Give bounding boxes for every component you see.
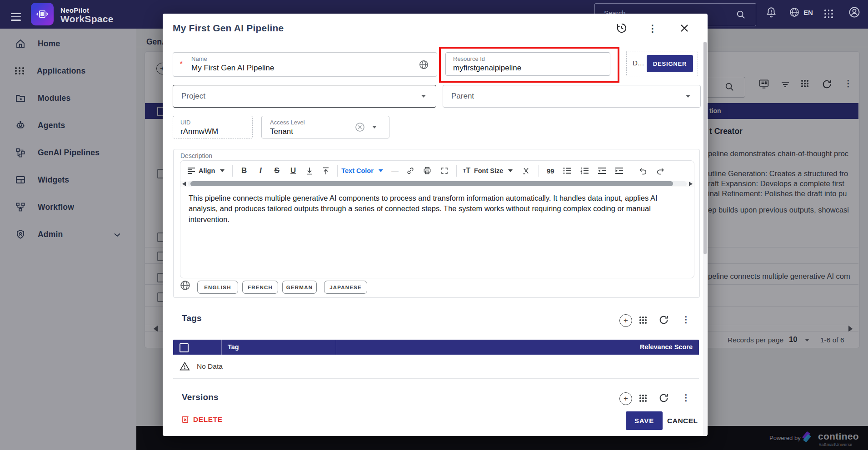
- history-button[interactable]: [615, 21, 629, 35]
- language-globe-icon[interactable]: [789, 7, 800, 18]
- modal-scrollbar-track[interactable]: [703, 42, 707, 436]
- resource-id-value: myfirstgenaipipeline: [453, 64, 521, 73]
- align-button[interactable]: [185, 164, 198, 178]
- name-field-value: My First Gen AI Pipeline: [191, 64, 274, 73]
- print-button[interactable]: [419, 164, 435, 178]
- resource-id-label: Resource Id: [453, 55, 485, 62]
- user-avatar-icon[interactable]: [848, 6, 861, 19]
- project-label: Project: [181, 92, 205, 101]
- chevron-down-icon[interactable]: [372, 126, 377, 129]
- screen: NeoPilot WorkSpace Search EN Home: [0, 0, 868, 450]
- search-icon[interactable]: [736, 10, 746, 20]
- modal-menu-button[interactable]: ⋮: [646, 21, 659, 35]
- link-button[interactable]: [403, 164, 418, 178]
- parent-select[interactable]: Parent: [443, 85, 701, 108]
- cancel-button[interactable]: CANCEL: [667, 417, 698, 425]
- strikethrough-button[interactable]: S: [269, 164, 284, 178]
- align-top-button[interactable]: [318, 164, 334, 178]
- language-chip-french[interactable]: FRENCH: [242, 281, 278, 294]
- italic-button[interactable]: I: [253, 164, 268, 178]
- tags-heading: Tags: [182, 313, 202, 323]
- brand-name-top: NeoPilot: [60, 6, 89, 14]
- indent-button[interactable]: [611, 164, 627, 178]
- description-label: Description: [180, 152, 212, 159]
- bold-button[interactable]: B: [236, 164, 252, 178]
- logo-glyph-icon: [35, 7, 50, 21]
- horizontal-rule-button[interactable]: —: [388, 164, 402, 178]
- tags-table-header: Tag Relevance Score: [173, 340, 699, 355]
- underline-button[interactable]: U: [285, 164, 301, 178]
- history-icon: [616, 22, 628, 34]
- translate-globe-icon[interactable]: [419, 59, 429, 70]
- chevron-down-icon: [421, 95, 426, 98]
- notifications-bell-icon[interactable]: [765, 6, 777, 18]
- brand-name-bottom: WorkSpace: [60, 14, 114, 25]
- resource-id-field[interactable]: Resource Id myfirstgenaipipeline: [445, 52, 610, 76]
- clear-selection-icon[interactable]: [354, 122, 365, 133]
- versions-refresh-icon[interactable]: [658, 392, 669, 404]
- languages-globe-icon[interactable]: [180, 280, 191, 291]
- redo-button[interactable]: [652, 164, 668, 178]
- app-logo[interactable]: [31, 3, 54, 25]
- column-divider: [221, 340, 222, 355]
- divider: [163, 42, 708, 42]
- no-data-text: No Data: [197, 362, 223, 371]
- hscroll-right-arrow[interactable]: [689, 182, 693, 186]
- language-chip-japanese[interactable]: JAPANESE: [324, 281, 367, 294]
- description-text[interactable]: This pipeline connects multiple generati…: [180, 187, 692, 231]
- delete-label: DELETE: [193, 415, 223, 424]
- access-level-select[interactable]: Access Level Tenant: [261, 116, 389, 138]
- language-chip-english[interactable]: ENGLISH: [197, 281, 238, 294]
- numbered-list-button[interactable]: [576, 164, 593, 178]
- font-size-label[interactable]: Font Size: [474, 164, 503, 178]
- hscroll-left-arrow[interactable]: [182, 182, 186, 186]
- name-field-label: Name: [191, 55, 207, 62]
- versions-grid-icon[interactable]: [639, 395, 647, 402]
- blockquote-button[interactable]: 99: [543, 164, 558, 178]
- close-icon: [679, 23, 690, 34]
- delete-button[interactable]: DELETE: [181, 415, 223, 424]
- undo-button[interactable]: [635, 164, 651, 178]
- access-level-value: Tenant: [270, 127, 293, 136]
- chevron-down-icon: [686, 95, 690, 98]
- tags-menu-icon[interactable]: ⋮: [682, 315, 690, 324]
- pipeline-detail-modal: My First Gen AI Pipeline ⋮ * Name My Fir…: [163, 14, 708, 436]
- close-button[interactable]: [678, 21, 691, 35]
- editor-toolbar: Align B I S U Text Color —: [180, 161, 694, 181]
- tags-col-score: Relevance Score: [640, 343, 693, 351]
- name-field[interactable]: * Name My First Gen AI Pipeline: [173, 52, 437, 77]
- rich-text-editor: Align B I S U Text Color —: [180, 160, 694, 278]
- designer-button[interactable]: DESIGNER: [647, 55, 693, 72]
- fullscreen-button[interactable]: [436, 164, 453, 178]
- outdent-button[interactable]: [594, 164, 610, 178]
- tags-select-all-checkbox[interactable]: [180, 343, 189, 352]
- modal-title: My First Gen AI Pipeline: [173, 23, 284, 34]
- save-button[interactable]: SAVE: [626, 411, 663, 430]
- text-color-button[interactable]: Text Color: [341, 164, 374, 178]
- bullet-list-button[interactable]: [559, 164, 575, 178]
- text-color-chevron-icon[interactable]: [374, 164, 387, 178]
- modal-scrollbar-thumb[interactable]: [703, 42, 707, 254]
- editor-hscrollbar[interactable]: [180, 181, 694, 187]
- clear-formatting-button[interactable]: [518, 164, 535, 178]
- column-divider: [336, 340, 336, 355]
- modal-footer-divider: [163, 408, 708, 408]
- language-code[interactable]: EN: [803, 9, 813, 16]
- hamburger-menu-icon[interactable]: [11, 10, 21, 23]
- font-size-icon[interactable]: TT: [460, 164, 473, 178]
- align-chevron-icon[interactable]: [216, 164, 229, 178]
- hscroll-thumb[interactable]: [190, 181, 673, 186]
- versions-add-button[interactable]: +: [619, 392, 632, 405]
- project-select[interactable]: Project: [173, 85, 436, 108]
- tags-add-button[interactable]: +: [619, 314, 632, 327]
- uid-value: rAnmwWM: [180, 127, 218, 136]
- font-size-chevron-icon[interactable]: [504, 164, 517, 178]
- uid-field: UID rAnmwWM: [173, 116, 253, 138]
- tags-refresh-icon[interactable]: [658, 314, 669, 326]
- language-chip-german[interactable]: GERMAN: [282, 281, 317, 294]
- versions-menu-icon[interactable]: ⋮: [682, 393, 690, 402]
- align-label[interactable]: Align: [199, 164, 215, 178]
- tags-grid-icon[interactable]: [639, 316, 647, 324]
- align-bottom-button[interactable]: [302, 164, 317, 178]
- apps-grid-icon[interactable]: [824, 10, 833, 18]
